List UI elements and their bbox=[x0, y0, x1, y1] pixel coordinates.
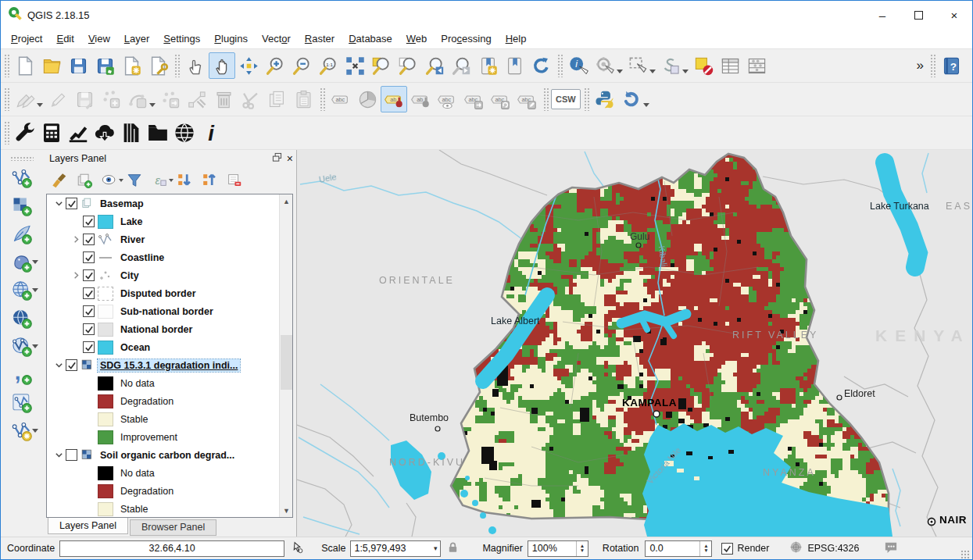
layer-row[interactable]: SDG 15.3.1 degradation indi... bbox=[47, 356, 292, 374]
current-edits-icon[interactable] bbox=[12, 86, 38, 112]
toolbar-handle[interactable] bbox=[4, 121, 9, 144]
project-properties-icon[interactable] bbox=[145, 52, 171, 79]
save-layer-edits-icon[interactable] bbox=[71, 86, 98, 112]
layer-checkbox[interactable] bbox=[83, 234, 95, 245]
layer-checkbox[interactable] bbox=[83, 323, 95, 335]
menu-project[interactable]: Project bbox=[4, 30, 49, 47]
manage-layer-visibility-icon[interactable] bbox=[98, 169, 121, 191]
layer-row[interactable]: Stable bbox=[47, 500, 292, 518]
layer-checkbox[interactable] bbox=[83, 269, 95, 281]
node-tool-icon[interactable] bbox=[184, 86, 210, 112]
dropdown-arrow-icon[interactable] bbox=[32, 260, 38, 264]
toolbar-handle[interactable] bbox=[174, 54, 180, 77]
toggle-editing-icon[interactable] bbox=[45, 86, 71, 112]
float-panel-icon[interactable] bbox=[272, 152, 282, 165]
layer-row[interactable]: No data bbox=[47, 464, 292, 482]
layer-row[interactable]: National border bbox=[47, 320, 292, 338]
new-project-icon[interactable] bbox=[12, 52, 38, 79]
menu-web[interactable]: Web bbox=[399, 30, 435, 47]
map-canvas[interactable]: UeleORIENTALEKibaliLake AlbertButemboNOR… bbox=[296, 150, 973, 537]
layer-diagram-options-icon[interactable] bbox=[354, 86, 381, 112]
menu-raster[interactable]: Raster bbox=[298, 30, 342, 47]
scrollbar-thumb[interactable] bbox=[281, 335, 292, 390]
close-panel-icon[interactable]: × bbox=[287, 152, 293, 165]
paste-features-icon[interactable] bbox=[290, 86, 317, 112]
save-project-as-icon[interactable] bbox=[91, 52, 118, 79]
filter-by-expression-icon[interactable]: ε bbox=[148, 169, 171, 191]
info-italic-icon[interactable]: i bbox=[198, 119, 224, 146]
toolbar-handle[interactable] bbox=[10, 156, 34, 161]
add-delimited-text-layer-icon[interactable]: , bbox=[7, 361, 37, 389]
identify-features-icon[interactable]: i bbox=[565, 52, 592, 79]
resize-grip[interactable] bbox=[960, 550, 970, 559]
zoom-next-icon[interactable] bbox=[448, 52, 474, 79]
layer-checkbox[interactable] bbox=[66, 198, 77, 209]
pin-unpin-labels-icon[interactable]: ab bbox=[381, 86, 407, 112]
menu-settings[interactable]: Settings bbox=[156, 30, 207, 47]
open-layer-styling-icon[interactable] bbox=[48, 169, 71, 191]
layer-row[interactable]: Improvement bbox=[47, 428, 292, 446]
plugin-reload-icon[interactable] bbox=[618, 86, 645, 112]
coordinate-input[interactable]: 32.66,4.10 bbox=[59, 540, 284, 557]
render-checkbox[interactable]: Render bbox=[721, 543, 769, 555]
toolbar-handle[interactable] bbox=[320, 87, 325, 111]
layer-row[interactable]: Ocean bbox=[47, 338, 292, 356]
globe-tool-icon[interactable] bbox=[171, 119, 198, 146]
add-wms-layer-icon[interactable] bbox=[7, 276, 37, 305]
zoom-to-layer-icon[interactable] bbox=[368, 52, 395, 79]
layer-row[interactable]: Stable bbox=[47, 410, 292, 428]
zoom-last-icon[interactable] bbox=[421, 52, 448, 79]
add-vector-layer-icon[interactable] bbox=[7, 164, 37, 192]
scale-combo[interactable]: 1:5,979,493 ▾ bbox=[350, 540, 441, 557]
move-label-icon[interactable]: abc bbox=[460, 86, 487, 112]
menu-edit[interactable]: Edit bbox=[49, 30, 80, 47]
magnifier-spinbox[interactable]: 100% ▲▼ bbox=[528, 540, 588, 557]
toolbar-handle[interactable] bbox=[584, 87, 589, 111]
select-by-expression-icon[interactable] bbox=[657, 52, 684, 79]
zoom-out-icon[interactable] bbox=[288, 52, 315, 79]
crs-status-icon[interactable] bbox=[789, 540, 803, 556]
layer-row[interactable]: No data bbox=[47, 374, 292, 392]
maximize-button[interactable] bbox=[900, 1, 936, 29]
layer-checkbox[interactable] bbox=[83, 251, 95, 263]
toolbar-handle[interactable] bbox=[4, 87, 9, 111]
menu-help[interactable]: Help bbox=[499, 30, 534, 47]
zoom-full-icon[interactable] bbox=[342, 52, 368, 79]
tree-expander-icon[interactable] bbox=[69, 235, 83, 244]
zoom-in-icon[interactable] bbox=[262, 52, 288, 79]
show-hide-labels-icon[interactable]: abc bbox=[434, 86, 460, 112]
tab-browser-panel[interactable]: Browser Panel bbox=[130, 519, 216, 536]
layer-row[interactable]: Sub-national border bbox=[47, 302, 292, 320]
dropdown-arrow-icon[interactable] bbox=[32, 344, 38, 348]
menu-plugins[interactable]: Plugins bbox=[207, 30, 255, 47]
calculator-tool-icon[interactable] bbox=[38, 119, 65, 146]
toolbar-handle[interactable] bbox=[557, 54, 563, 77]
toolbar-overflow-button[interactable]: » bbox=[912, 58, 927, 73]
change-label-icon[interactable]: abc bbox=[513, 86, 540, 112]
python-console-icon[interactable] bbox=[592, 86, 618, 112]
delete-selected-icon[interactable] bbox=[210, 86, 237, 112]
layer-checkbox[interactable] bbox=[83, 305, 95, 317]
zoom-to-selection-icon[interactable] bbox=[395, 52, 421, 79]
expand-all-icon[interactable] bbox=[173, 169, 196, 191]
report-page-icon[interactable] bbox=[118, 119, 145, 146]
deselect-all-icon[interactable] bbox=[690, 52, 717, 79]
save-project-icon[interactable] bbox=[65, 52, 91, 79]
tree-scrollbar[interactable]: ▲ ▼ bbox=[279, 194, 292, 517]
pan-map-icon[interactable] bbox=[209, 52, 235, 79]
collapse-all-icon[interactable] bbox=[198, 169, 221, 191]
open-attribute-table-icon[interactable] bbox=[717, 52, 743, 79]
pan-to-selection-icon[interactable] bbox=[235, 52, 262, 79]
layer-labeling-options-icon[interactable]: abc bbox=[327, 86, 354, 112]
new-virtual-layer-icon[interactable] bbox=[7, 417, 37, 445]
dropdown-arrow-icon[interactable] bbox=[32, 288, 38, 292]
mouse-position-toggle-icon[interactable] bbox=[291, 540, 304, 556]
layer-row[interactable]: Degradation bbox=[47, 482, 292, 500]
cloud-download-icon[interactable] bbox=[91, 119, 118, 146]
menu-view[interactable]: View bbox=[81, 30, 117, 47]
layer-row[interactable]: City bbox=[47, 266, 292, 284]
rotate-label-icon[interactable]: abc bbox=[487, 86, 513, 112]
filter-legend-icon[interactable] bbox=[123, 169, 146, 191]
scroll-down-icon[interactable]: ▼ bbox=[280, 504, 293, 517]
add-feature-icon[interactable] bbox=[98, 86, 124, 112]
